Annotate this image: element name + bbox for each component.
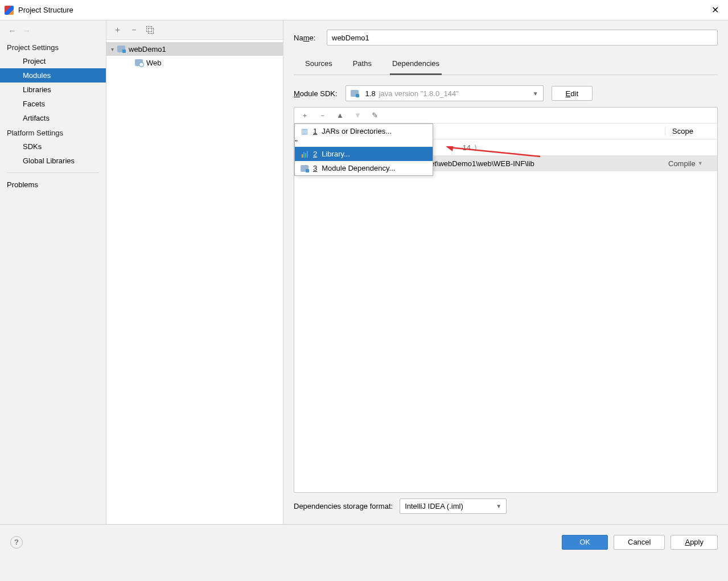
sidebar-item-artifacts[interactable]: Artifacts — [0, 111, 106, 125]
ok-button[interactable]: OK — [562, 535, 608, 550]
module-dep-icon — [301, 164, 309, 172]
popup-module-dep[interactable]: 3 Module Dependency... — [295, 161, 433, 175]
sdk-icon — [351, 90, 359, 97]
titlebar: Project Structure ✕ — [0, 0, 728, 20]
edit-sdk-button[interactable]: Edit — [552, 86, 593, 101]
help-icon[interactable]: ? — [10, 536, 23, 549]
storage-row: Dependencies storage format: IntelliJ ID… — [294, 498, 718, 514]
module-name-input[interactable] — [327, 30, 718, 46]
popup-label-3: Module Dependency... — [322, 164, 395, 172]
tree-child-label: Web — [146, 59, 162, 67]
sidebar-item-global-libraries[interactable]: Global Libraries — [0, 154, 106, 168]
main-area: ← → Project Settings Project Modules Lib… — [0, 20, 728, 524]
sdk-row: Module SDK: 1.8 java version "1.8.0_144"… — [294, 85, 718, 101]
building-icon: ▥ — [301, 127, 309, 135]
name-label: Name: — [294, 34, 327, 42]
dep-remove-icon[interactable]: － — [319, 110, 326, 121]
sidebar-item-modules[interactable]: Modules — [0, 68, 106, 83]
storage-format-select[interactable]: IntelliJ IDEA (.iml) ▼ — [400, 498, 507, 514]
storage-label: Dependencies storage format: — [294, 502, 393, 510]
dep-add-icon[interactable]: ＋ — [301, 110, 309, 121]
popup-num-3: 3 — [313, 164, 317, 172]
sdk-label: Module SDK: — [294, 89, 338, 98]
tab-dependencies[interactable]: Dependencies — [390, 55, 442, 75]
tab-sources[interactable]: Sources — [303, 55, 335, 75]
titlebar-left: Project Structure — [5, 6, 73, 15]
tree-root-label: webDemo1 — [129, 45, 166, 53]
footer-buttons: OK Cancel Apply — [562, 535, 718, 550]
module-folder-icon — [117, 46, 125, 52]
sidebar-item-sdks[interactable]: SDKs — [0, 139, 106, 154]
popup-num-2: 2 — [313, 150, 317, 158]
apply-button[interactable]: Apply — [671, 535, 718, 550]
popup-label-1: JARs or Directories... — [322, 127, 392, 135]
tabs: Sources Paths Dependencies — [294, 55, 718, 75]
dep-toolbar: ＋ － ▲ ▼ ✎ — [294, 108, 717, 123]
dep-up-icon[interactable]: ▲ — [336, 111, 344, 120]
copy-icon[interactable]: ⿻ — [146, 25, 155, 35]
detail-panel: Name: Sources Paths Dependencies Module … — [283, 20, 728, 524]
footer: ? OK Cancel Apply — [0, 524, 728, 559]
section-project-settings: Project Settings — [0, 40, 106, 54]
back-arrow-icon[interactable]: ← — [8, 26, 17, 35]
sdk-version: java version "1.8.0_144" — [379, 89, 459, 98]
sidebar-item-facets[interactable]: Facets — [0, 97, 106, 111]
sidebar-item-problems[interactable]: Problems — [0, 178, 106, 192]
divider — [7, 172, 99, 173]
sidebar: ← → Project Settings Project Modules Lib… — [0, 20, 106, 524]
dep-edit-icon[interactable]: ✎ — [372, 111, 378, 120]
col-scope-header[interactable]: Scope — [665, 127, 717, 135]
popup-jars[interactable]: ▥ 1 JARs or Directories... — [295, 124, 433, 138]
app-icon — [5, 6, 14, 15]
dropdown-arrow-icon: ▼ — [496, 503, 501, 509]
add-dependency-popup: ▥ 1 JARs or Directories... '' 2 Library.… — [294, 123, 433, 176]
module-tree: ▾ webDemo1 Web — [106, 40, 283, 69]
popup-label-2: Library... — [322, 150, 350, 158]
forward-arrow-icon[interactable]: → — [22, 26, 31, 35]
dep-scope-2[interactable]: Compile ▼ — [665, 159, 717, 168]
sidebar-nav: ← → — [0, 20, 106, 40]
module-tree-panel: ＋ － ⿻ ▾ webDemo1 Web — [106, 20, 283, 524]
tree-root-webdemo1[interactable]: ▾ webDemo1 — [106, 42, 283, 56]
remove-icon[interactable]: － — [130, 24, 138, 35]
library-bars-icon — [301, 150, 309, 158]
cancel-button[interactable]: Cancel — [614, 535, 665, 550]
dependencies-box: ＋ － ▲ ▼ ✎ ▥ 1 JARs or Directories... '' … — [294, 107, 718, 493]
name-row: Name: — [294, 30, 718, 46]
chevron-down-icon[interactable]: ▾ — [111, 46, 114, 52]
section-platform-settings: Platform Settings — [0, 125, 106, 139]
dropdown-arrow-icon: ▼ — [533, 90, 538, 97]
window-title: Project Structure — [18, 6, 73, 14]
dep-down-icon[interactable]: ▼ — [354, 111, 361, 120]
close-icon[interactable]: ✕ — [707, 2, 723, 18]
sidebar-item-libraries[interactable]: Libraries — [0, 83, 106, 97]
add-icon[interactable]: ＋ — [113, 24, 122, 35]
tab-paths[interactable]: Paths — [351, 55, 374, 75]
sdk-name: 1.8 — [365, 89, 376, 98]
sidebar-item-project[interactable]: Project — [0, 54, 106, 68]
tree-toolbar: ＋ － ⿻ — [106, 20, 283, 40]
storage-value: IntelliJ IDEA (.iml) — [405, 502, 463, 510]
popup-library[interactable]: 2 Library... — [295, 147, 433, 161]
module-sdk-select[interactable]: 1.8 java version "1.8.0_144" ▼ — [346, 85, 544, 101]
tree-child-web[interactable]: Web — [106, 56, 283, 69]
chevron-down-icon: ▼ — [698, 160, 703, 166]
web-facet-icon — [135, 59, 143, 66]
popup-num-1: 1 — [313, 127, 317, 135]
